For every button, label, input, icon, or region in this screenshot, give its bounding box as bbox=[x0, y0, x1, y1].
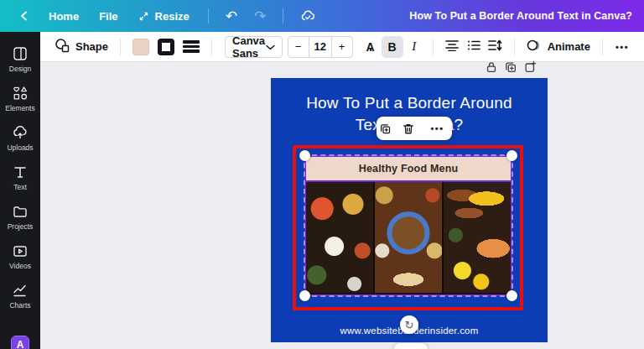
sidebar-item-uploads[interactable]: Uploads bbox=[0, 118, 40, 158]
bold-button[interactable]: B bbox=[382, 36, 403, 58]
duplicate-element-button[interactable] bbox=[379, 122, 392, 135]
element-more-button[interactable]: ••• bbox=[425, 123, 449, 133]
sidebar-item-projects[interactable]: Projects bbox=[0, 197, 40, 237]
font-size-value[interactable]: 12 bbox=[309, 37, 332, 57]
text-color-icon: A bbox=[366, 40, 375, 54]
toolbar-divider bbox=[120, 39, 121, 55]
page-heading-line1: How To Put a Border Around bbox=[271, 92, 548, 114]
line-spacing-icon bbox=[488, 39, 502, 54]
border-weight-button[interactable] bbox=[183, 39, 200, 55]
design-page[interactable]: How To Put a Border Around Text in Canva… bbox=[271, 78, 548, 342]
resize-button[interactable]: Resize bbox=[130, 5, 198, 28]
sidebar-label: Charts bbox=[9, 301, 30, 310]
app-a-icon: A bbox=[11, 336, 29, 349]
redo-icon: ↷ bbox=[254, 8, 266, 24]
toolbar-divider bbox=[514, 39, 515, 55]
food-photo-right bbox=[444, 182, 511, 293]
rotate-icon: ↻ bbox=[405, 319, 414, 331]
food-photo-left bbox=[306, 182, 373, 293]
canva-editor-window: Home File Resize ↶ ↷ How To Put a Border… bbox=[0, 0, 644, 349]
shape-label: Shape bbox=[75, 40, 108, 53]
font-family-select[interactable]: Canva Sans bbox=[225, 36, 283, 58]
topbar-divider bbox=[283, 8, 283, 23]
resize-handle-bottom-right[interactable] bbox=[506, 290, 517, 301]
delete-element-button[interactable] bbox=[402, 122, 414, 135]
shape-button[interactable]: Shape bbox=[50, 34, 112, 59]
redo-button[interactable]: ↷ bbox=[247, 6, 273, 27]
topbar-divider bbox=[208, 8, 209, 23]
home-button[interactable]: Home bbox=[40, 5, 87, 28]
fill-color-swatch[interactable] bbox=[132, 39, 149, 55]
text-align-button[interactable] bbox=[441, 36, 463, 58]
element-floating-toolbar: ••• bbox=[377, 117, 452, 140]
bullet-list-icon bbox=[467, 39, 480, 54]
text-color-button[interactable]: A bbox=[360, 36, 382, 58]
font-size-control: − 12 + bbox=[288, 36, 353, 58]
chevron-left-icon bbox=[18, 10, 30, 22]
sidebar-label: Videos bbox=[9, 262, 31, 270]
menu-header-banner: Healthy Food Menu bbox=[306, 157, 511, 182]
bullet-list-button[interactable] bbox=[463, 36, 485, 58]
video-icon bbox=[12, 242, 29, 259]
sidebar-item-elements[interactable]: Elements bbox=[0, 79, 40, 118]
context-toolbar: Shape Canva Sans − 12 + A B I bbox=[40, 32, 644, 62]
sidebar-label: Text bbox=[13, 183, 27, 191]
italic-button[interactable]: I bbox=[403, 36, 425, 58]
italic-icon: I bbox=[412, 39, 416, 54]
cloud-save-status[interactable] bbox=[293, 6, 322, 26]
resize-handle-bottom-left[interactable] bbox=[299, 290, 310, 301]
border-color-swatch[interactable] bbox=[158, 39, 174, 55]
file-label: File bbox=[99, 10, 117, 23]
file-menu-button[interactable]: File bbox=[91, 5, 126, 28]
top-bar: Home File Resize ↶ ↷ How To Put a Border… bbox=[0, 0, 644, 32]
sidebar-label: Projects bbox=[8, 222, 34, 231]
shape-icon bbox=[55, 38, 70, 55]
animate-button[interactable]: Animate bbox=[522, 35, 595, 58]
undo-icon: ↶ bbox=[226, 8, 237, 24]
bold-icon: B bbox=[388, 40, 397, 54]
home-label: Home bbox=[49, 10, 79, 23]
lock-page-button[interactable] bbox=[485, 60, 498, 74]
resize-handle-top-left[interactable] bbox=[299, 150, 310, 161]
toolbar-divider bbox=[211, 39, 212, 55]
selected-image-element[interactable]: Healthy Food Menu bbox=[304, 155, 512, 296]
sidebar-label: Elements bbox=[5, 104, 34, 112]
add-page-button[interactable] bbox=[523, 60, 537, 74]
chart-icon bbox=[12, 282, 29, 299]
sidebar: Design Elements Uploads Text Projects bbox=[0, 32, 40, 349]
text-icon bbox=[12, 164, 29, 180]
animate-label: Animate bbox=[548, 40, 590, 53]
sidebar-label: Uploads bbox=[7, 143, 33, 152]
resize-handle-top-right[interactable] bbox=[506, 150, 517, 161]
document-title[interactable]: How To Put a Border Around Text in Canva… bbox=[409, 10, 632, 22]
upload-cloud-icon bbox=[12, 124, 29, 141]
font-size-increase-button[interactable]: + bbox=[332, 37, 352, 57]
sidebar-item-text[interactable]: Text bbox=[0, 158, 40, 197]
resize-label: Resize bbox=[155, 10, 190, 23]
duplicate-page-button[interactable] bbox=[504, 60, 517, 74]
cloud-check-icon bbox=[300, 9, 315, 23]
toolbar-more-button[interactable]: ••• bbox=[610, 42, 634, 52]
folder-icon bbox=[12, 203, 29, 220]
sidebar-app-shortcut[interactable]: A bbox=[11, 336, 29, 349]
resize-icon bbox=[138, 11, 149, 22]
line-spacing-button[interactable] bbox=[485, 36, 506, 58]
food-collage-image bbox=[306, 182, 511, 293]
rotate-handle[interactable]: ↻ bbox=[400, 315, 418, 334]
undo-button[interactable]: ↶ bbox=[219, 6, 244, 27]
toolbar-divider bbox=[602, 39, 603, 55]
chevron-down-icon bbox=[266, 40, 275, 53]
font-name: Canva Sans bbox=[232, 34, 266, 60]
back-button[interactable] bbox=[12, 7, 37, 25]
toolbar-divider bbox=[433, 39, 434, 55]
elements-icon bbox=[12, 85, 29, 102]
bottom-floating-control[interactable] bbox=[394, 343, 428, 349]
align-center-icon bbox=[445, 39, 459, 54]
sidebar-item-videos[interactable]: Videos bbox=[0, 237, 40, 276]
animate-icon bbox=[527, 39, 542, 55]
sidebar-item-charts[interactable]: Charts bbox=[0, 276, 40, 315]
design-icon bbox=[12, 45, 29, 62]
food-photo-middle bbox=[375, 182, 442, 293]
font-size-decrease-button[interactable]: − bbox=[288, 37, 309, 57]
sidebar-item-design[interactable]: Design bbox=[0, 39, 40, 79]
